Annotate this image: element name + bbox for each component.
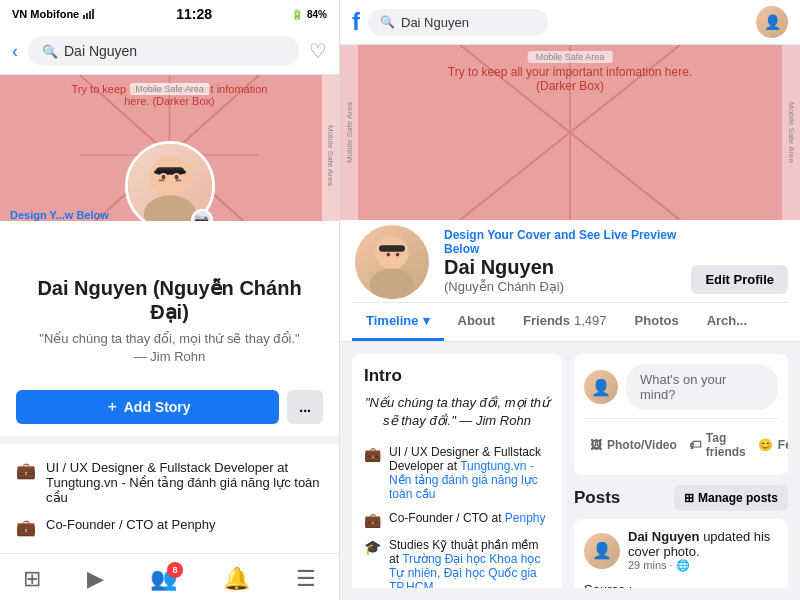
fb-search-bar[interactable]: 🔍 Dai Nguyen: [368, 9, 548, 36]
work-icon-2: 💼: [16, 518, 36, 537]
status-left: VN Mobifone: [12, 8, 97, 20]
post-author-avatar[interactable]: 👤: [584, 533, 620, 569]
edit-profile-button[interactable]: Edit Profile: [691, 265, 788, 294]
svg-rect-18: [175, 179, 181, 181]
desktop-profile-sub: (Nguyễn Chánh Đại): [444, 279, 679, 294]
create-post-avatar: 👤: [584, 370, 618, 404]
desktop-avatar[interactable]: [352, 222, 432, 302]
desktop-profile-bar: Design Your Cover and See Live Preview B…: [340, 220, 800, 342]
desktop-profile-name: Dai Nguyen: [444, 256, 679, 279]
tab-photos-label: Photos: [635, 313, 679, 328]
work-item-1: 💼 UI / UX Designer & Fullstack Developer…: [16, 454, 323, 511]
tab-friends-label: Friends: [523, 313, 570, 328]
desktop-cover: Mobile Safe Area Mobile Safe Area Mobile…: [340, 45, 800, 220]
camera-badge[interactable]: 📷: [191, 209, 213, 221]
intro-link-1[interactable]: Tungtung.vn - Nền tảng đánh giá năng lực…: [389, 459, 538, 501]
desktop-cover-box-text: Try to keep all your important infomatio…: [440, 65, 700, 93]
photo-video-button[interactable]: 🖼 Photo/Video: [584, 425, 683, 465]
desktop-safe-left: Mobile Safe Area: [340, 45, 358, 220]
tag-friends-label: Tag friends: [706, 431, 746, 459]
work-text-2: Co-Founder / CTO at Penphy: [46, 517, 216, 532]
nav-notifications[interactable]: 🔔: [213, 562, 260, 596]
desktop-name-area: Design Your Cover and See Live Preview B…: [444, 228, 679, 302]
status-right: 🔋 84%: [291, 9, 327, 20]
svg-rect-12: [154, 170, 186, 174]
mobile-search-bar: ‹ 🔍 Dai Nguyen ♡: [0, 28, 339, 75]
post-author-text: Dai Nguyen: [628, 529, 700, 544]
tab-friends[interactable]: Friends 1,497: [509, 303, 621, 341]
fb-user-avatar[interactable]: 👤: [756, 6, 788, 38]
mobile-safe-area-right: Mobile Safe Area: [322, 75, 339, 221]
svg-rect-25: [379, 245, 405, 251]
nav-menu[interactable]: ☰: [286, 562, 326, 596]
post-time: 29 mins · 🌐: [628, 559, 778, 572]
nav-home[interactable]: ⊞: [13, 562, 51, 596]
nav-watch[interactable]: ▶: [77, 562, 114, 596]
tab-timeline[interactable]: Timeline ▾: [352, 303, 444, 341]
post-card: 👤 Dai Nguyen updated his cover photo. 29…: [574, 519, 788, 588]
svg-rect-17: [158, 179, 164, 181]
tab-more[interactable]: Arch...: [693, 303, 761, 341]
post-author-name: Dai Nguyen updated his cover photo.: [628, 529, 778, 559]
manage-posts-label: Manage posts: [698, 491, 778, 505]
svg-rect-2: [89, 11, 91, 19]
more-button[interactable]: ...: [287, 390, 323, 424]
intro-column: Intro "Nếu chúng ta thay đổi, mọi thứ sẽ…: [352, 354, 562, 588]
work-item-2: 💼 Co-Founder / CTO at Penphy: [16, 511, 323, 543]
profile-tabs: Timeline ▾ About Friends 1,497 Photos Ar…: [352, 302, 788, 341]
desktop-safe-right: Mobile Safe Area: [782, 45, 800, 220]
desktop-panel: f 🔍 Dai Nguyen 👤 Mobile Safe Area Mobile…: [340, 0, 800, 600]
manage-posts-button[interactable]: ⊞ Manage posts: [674, 485, 788, 511]
intro-text-1: UI / UX Designer & Fullstack Developer a…: [389, 445, 550, 501]
fb-search-value: Dai Nguyen: [401, 15, 469, 30]
feeling-button[interactable]: 😊 Fee...: [752, 425, 788, 465]
watch-icon: ▶: [87, 566, 104, 592]
create-post-actions: 🖼 Photo/Video 🏷 Tag friends 😊 Fee...: [584, 418, 778, 465]
mobile-profile-info: Dai Nguyen (Nguyễn Chánh Đại) "Nếu chúng…: [0, 221, 339, 382]
plus-icon: ＋: [105, 398, 119, 416]
fb-topbar: f 🔍 Dai Nguyen 👤: [340, 0, 800, 45]
status-bar: VN Mobifone 11:28 🔋 84%: [0, 0, 339, 28]
intro-item-3: 🎓 Studies Kỹ thuật phần mềm at Trường Đạ…: [364, 533, 550, 588]
svg-rect-16: [174, 174, 178, 179]
intro-text-3: Studies Kỹ thuật phần mềm at Trường Đại …: [389, 538, 550, 588]
add-story-button[interactable]: ＋ Add Story: [16, 390, 279, 424]
tag-icon: 🏷: [689, 438, 701, 452]
tag-friends-button[interactable]: 🏷 Tag friends: [683, 425, 752, 465]
mobile-panel: VN Mobifone 11:28 🔋 84% ‹ 🔍 Dai Nguyen ♡…: [0, 0, 340, 600]
photo-video-label: Photo/Video: [607, 438, 677, 452]
feeling-label: Fee...: [778, 438, 788, 452]
profile-name: Dai Nguyen (Nguyễn Chánh Đại): [16, 276, 323, 324]
heart-icon[interactable]: ♡: [309, 39, 327, 63]
svg-rect-0: [83, 15, 85, 19]
create-post-input[interactable]: What's on your mind?: [626, 364, 778, 410]
tab-photos[interactable]: Photos: [621, 303, 693, 341]
svg-rect-3: [92, 9, 94, 19]
tab-about[interactable]: About: [444, 303, 510, 341]
search-value: Dai Nguyen: [64, 43, 137, 59]
work-icon-1: 💼: [16, 461, 36, 480]
work-text-1: UI / UX Designer & Fullstack Developer a…: [46, 460, 323, 505]
intro-item-2: 💼 Co-Founder / CTO at Penphy: [364, 506, 550, 533]
time-display: 11:28: [176, 6, 212, 22]
intro-link-3[interactable]: Trường Đại học Khoa học Tự nhiên, Đại họ…: [389, 552, 540, 588]
friends-badge: 8: [167, 562, 183, 578]
desktop-profile-top: Design Your Cover and See Live Preview B…: [352, 220, 788, 302]
work-link-1[interactable]: Tungtung.vn - Nền tảng đánh giá năng lực…: [46, 475, 320, 505]
carrier-text: VN Mobifone: [12, 8, 79, 20]
back-button[interactable]: ‹: [12, 41, 18, 62]
battery-icon: 🔋: [291, 9, 303, 20]
tab-more-label: Arch...: [707, 313, 747, 328]
post-header: 👤 Dai Nguyen updated his cover photo. 29…: [574, 519, 788, 582]
svg-rect-15: [161, 174, 165, 179]
work-link-2[interactable]: Penphy: [171, 517, 215, 532]
svg-point-23: [370, 268, 414, 301]
intro-item-1: 💼 UI / UX Designer & Fullstack Developer…: [364, 440, 550, 506]
quote-text: "Nếu chúng ta thay đổi, mọi thứ sẽ thay …: [39, 331, 299, 346]
nav-friends[interactable]: 👥 8: [140, 562, 187, 596]
svg-rect-1: [86, 13, 88, 19]
intro-link-2[interactable]: Penphy: [505, 511, 546, 525]
tab-timeline-label: Timeline: [366, 313, 419, 328]
feeling-icon: 😊: [758, 438, 773, 452]
search-input-container[interactable]: 🔍 Dai Nguyen: [28, 36, 299, 66]
